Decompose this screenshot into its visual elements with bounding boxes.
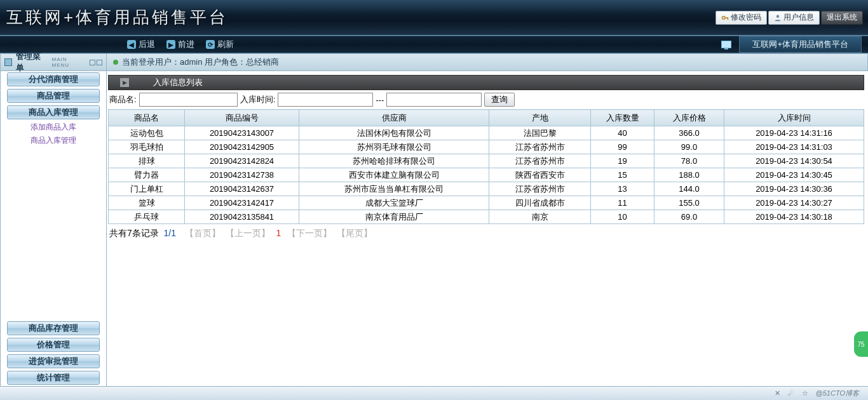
filter-row: 商品名: 入库时间: --- 查询 [108, 90, 864, 109]
sidebar-item-stats-mgmt[interactable]: 统计管理 [7, 371, 100, 385]
table-header-row: 商品名 商品编号 供应商 产地 入库数量 入库价格 入库时间 [109, 110, 864, 126]
table-row[interactable]: 篮球20190423142417成都大宝篮球厂四川省成都市11155.02019… [109, 196, 864, 210]
top-button-group: 修改密码 用户信息 退出系统 [714, 11, 868, 25]
back-arrow-icon: ◀ [127, 40, 136, 49]
collapse-icon[interactable] [90, 60, 95, 65]
product-name-input[interactable] [139, 93, 238, 107]
pager-current: 1 [276, 228, 281, 238]
watermark: @51CTO博客 [816, 389, 859, 398]
sidebar-header: 管理菜单 MAIN MENU [1, 53, 106, 71]
refresh-icon: ⟳ [206, 40, 215, 49]
main-area: 当前登录用户：admin 用户角色：总经销商 ▶ 入库信息列表 商品名: 入库时… [107, 53, 868, 386]
expand-icon[interactable] [97, 60, 102, 65]
time-from-input[interactable] [278, 93, 373, 107]
menu-square-icon [4, 58, 12, 66]
sidebar-item-price-mgmt[interactable]: 价格管理 [7, 338, 100, 352]
table-row[interactable]: 运动包包20190423143007法国休闲包有限公司法国巴黎40366.020… [109, 126, 864, 140]
query-button[interactable]: 查询 [484, 93, 515, 107]
online-dot-icon [113, 60, 118, 65]
feedback-badge[interactable]: 75 [854, 331, 868, 357]
user-info-button[interactable]: 用户信息 [768, 11, 820, 25]
time-to-input[interactable] [386, 93, 482, 107]
forward-arrow-icon: ▶ [166, 40, 175, 49]
key-icon [721, 14, 729, 22]
change-password-button[interactable]: 修改密码 [715, 11, 767, 25]
logout-button[interactable]: 退出系统 [821, 11, 863, 25]
nav-bar: ◀ 后退 ▶ 前进 ⟳ 刷新 互联网+体育用品销售平台 [0, 36, 868, 53]
nav-forward[interactable]: ▶ 前进 [166, 39, 194, 50]
nav-tab[interactable]: 互联网+体育用品销售平台 [739, 36, 862, 53]
sidebar-item-approval-mgmt[interactable]: 进货审批管理 [7, 354, 100, 368]
nav-refresh[interactable]: ⟳ 刷新 [206, 39, 234, 50]
nav-back[interactable]: ◀ 后退 [127, 39, 155, 50]
table-row[interactable]: 门上单杠20190423142637苏州市应当当单杠有限公司江苏省苏州市1314… [109, 182, 864, 196]
pager-last[interactable]: 【尾页】 [337, 228, 372, 238]
sidebar-item-stockin-mgmt[interactable]: 商品入库管理 [7, 105, 100, 119]
title-bar: 互联网+体育用品销售平台 修改密码 用户信息 退出系统 [0, 0, 868, 36]
sidebar-item-product-mgmt[interactable]: 商品管理 [7, 89, 100, 103]
table-row[interactable]: 排球20190423142824苏州哈哈排球有限公司江苏省苏州市1978.020… [109, 154, 864, 168]
star-icon[interactable]: ☆ [802, 389, 808, 397]
panel-title-bar: ▶ 入库信息列表 [108, 75, 864, 90]
pager-next[interactable]: 【下一页】 [287, 228, 332, 238]
sidebar-sub-add-stockin[interactable]: 添加商品入库 [1, 121, 106, 134]
pager-first[interactable]: 【首页】 [185, 228, 220, 238]
sidebar-item-agent-mgmt[interactable]: 分代消商管理 [7, 72, 100, 86]
sidebar-item-inventory-mgmt[interactable]: 商品库存管理 [7, 321, 100, 335]
stockin-time-label: 入库时间: [240, 94, 276, 105]
svg-point-1 [776, 15, 780, 18]
sidebar-sub-stockin-mgmt[interactable]: 商品入库管理 [1, 134, 106, 147]
svg-point-0 [722, 16, 726, 19]
pagination: 共有7条记录 1/1 【首页】 【上一页】 1 【下一页】 【尾页】 [108, 224, 864, 239]
sidebar: 管理菜单 MAIN MENU 分代消商管理 商品管理 商品入库管理 添加商品入库… [0, 53, 107, 386]
table-row[interactable]: 乒乓球20190423135841南京体育用品厂南京1069.02019-04-… [109, 210, 864, 224]
play-icon: ▶ [120, 78, 129, 87]
product-name-label: 商品名: [109, 94, 137, 105]
monitor-icon [721, 41, 731, 48]
user-icon [774, 14, 782, 22]
main-header: 当前登录用户：admin 用户角色：总经销商 [107, 53, 868, 71]
app-title: 互联网+体育用品销售平台 [0, 6, 228, 29]
status-bar: ✕ ☄ ☆ @51CTO博客 [0, 386, 868, 400]
table-row[interactable]: 臂力器20190423142738西安市体建立脑有限公司陕西省西安市15188.… [109, 168, 864, 182]
table-row[interactable]: 羽毛球拍20190423142905苏州羽毛球有限公司江苏省苏州市9999.02… [109, 140, 864, 154]
chat-icon[interactable]: ☄ [788, 389, 794, 397]
pager-prev[interactable]: 【上一页】 [226, 228, 270, 238]
stockin-table: 商品名 商品编号 供应商 产地 入库数量 入库价格 入库时间 运动包包20190… [108, 109, 864, 224]
pin-icon[interactable]: ✕ [775, 389, 780, 397]
